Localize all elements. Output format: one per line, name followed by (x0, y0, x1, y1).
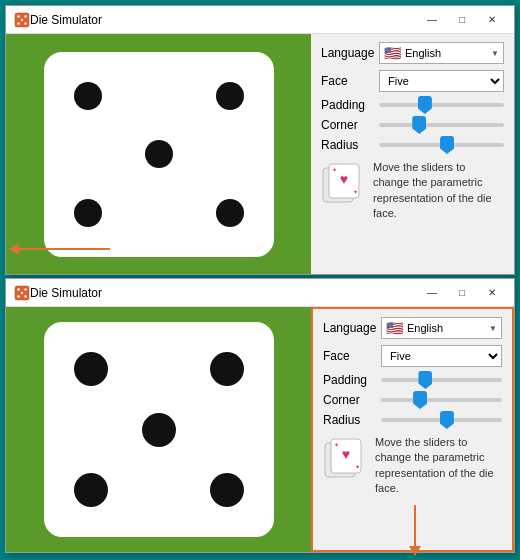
dot-top-left (74, 82, 102, 110)
dot-bottom-bl (74, 473, 108, 507)
language-value-bottom: English (407, 322, 497, 334)
dot-bottom-left (74, 199, 102, 227)
die-face-bottom (44, 322, 274, 537)
window-top: Die Simulator — □ ✕ Language (5, 5, 515, 275)
language-value-top: English (405, 47, 499, 59)
padding-row-top: Padding (321, 98, 504, 112)
dot-bottom-right (216, 199, 244, 227)
cards-icon-top: ♥ ✦ ✦ (321, 160, 365, 204)
window-content-bottom: Language 🇺🇸 English ▼ Face Five (6, 307, 514, 552)
right-panel-bottom: Language 🇺🇸 English ▼ Face Five (311, 307, 514, 552)
face-select-container-top: Five (379, 70, 504, 92)
title-bar-bottom: Die Simulator — □ ✕ (6, 279, 514, 307)
padding-slider-container-bottom (381, 378, 502, 382)
language-label-top: Language (321, 46, 379, 60)
padding-label-bottom: Padding (323, 373, 381, 387)
cards-icon-bottom: ♥ ✦ ✦ (323, 435, 367, 479)
padding-slider-container-top (379, 103, 504, 107)
language-select-bottom[interactable]: 🇺🇸 English ▼ (381, 317, 502, 339)
dot-center (145, 140, 173, 168)
corner-slider-container-bottom (381, 398, 502, 402)
chevron-down-icon-top: ▼ (491, 49, 499, 58)
corner-row-bottom: Corner (323, 393, 502, 407)
title-bar-top: Die Simulator — □ ✕ (6, 6, 514, 34)
titlebar-controls-top: — □ ✕ (418, 10, 506, 30)
dot-bottom-c (142, 413, 176, 447)
corner-slider-container-top (379, 123, 504, 127)
flag-icon-top: 🇺🇸 (384, 45, 401, 61)
radius-slider-container-bottom (381, 418, 502, 422)
chevron-down-icon-bottom: ▼ (489, 324, 497, 333)
svg-text:✦: ✦ (355, 464, 360, 470)
language-label-bottom: Language (323, 321, 381, 335)
face-label-top: Face (321, 74, 379, 88)
window-content-top: Language 🇺🇸 English ▼ Face Five (6, 34, 514, 274)
window-title-top: Die Simulator (30, 13, 418, 27)
svg-point-12 (17, 288, 19, 290)
dot-bottom-tl (74, 352, 108, 386)
info-section-bottom: ♥ ✦ ✦ Move the sliders to change the par… (323, 435, 502, 497)
close-button-bottom[interactable]: ✕ (478, 283, 506, 303)
app-icon-bottom (14, 285, 30, 301)
language-row-bottom: Language 🇺🇸 English ▼ (323, 317, 502, 339)
die-area-bottom (6, 307, 311, 552)
radius-row-bottom: Radius (323, 413, 502, 427)
die-face-top (44, 52, 274, 257)
info-text-top: Move the sliders to change the parametri… (373, 160, 504, 222)
svg-point-3 (21, 18, 23, 20)
svg-point-16 (24, 295, 26, 297)
padding-slider-bottom[interactable] (381, 378, 502, 382)
svg-text:✦: ✦ (334, 442, 339, 448)
padding-label-top: Padding (321, 98, 379, 112)
flag-icon-bottom: 🇺🇸 (386, 320, 403, 336)
svg-point-1 (17, 15, 19, 17)
titlebar-controls-bottom: — □ ✕ (418, 283, 506, 303)
face-row-top: Face Five (321, 70, 504, 92)
svg-point-13 (24, 288, 26, 290)
radius-slider-top[interactable] (379, 143, 504, 147)
radius-label-top: Radius (321, 138, 379, 152)
info-section-top: ♥ ✦ ✦ Move the sliders to change the par… (321, 160, 504, 222)
svg-point-2 (24, 15, 26, 17)
svg-point-4 (17, 22, 19, 24)
minimize-button-top[interactable]: — (418, 10, 446, 30)
padding-row-bottom: Padding (323, 373, 502, 387)
language-select-top[interactable]: 🇺🇸 English ▼ (379, 42, 504, 64)
corner-slider-top[interactable] (379, 123, 504, 127)
face-label-bottom: Face (323, 349, 381, 363)
face-select-top[interactable]: Five (379, 70, 504, 92)
language-select-container-bottom: 🇺🇸 English ▼ (381, 317, 502, 339)
left-arrow (10, 248, 110, 250)
minimize-button-bottom[interactable]: — (418, 283, 446, 303)
maximize-button-bottom[interactable]: □ (448, 283, 476, 303)
padding-slider-top[interactable] (379, 103, 504, 107)
svg-text:♥: ♥ (340, 171, 348, 187)
svg-text:✦: ✦ (353, 189, 358, 195)
face-select-bottom[interactable]: Five (381, 345, 502, 367)
bottom-arrow (414, 505, 416, 555)
language-select-container-top: 🇺🇸 English ▼ (379, 42, 504, 64)
maximize-button-top[interactable]: □ (448, 10, 476, 30)
radius-slider-bottom[interactable] (381, 418, 502, 422)
app-icon-top (14, 12, 30, 28)
radius-row-top: Radius (321, 138, 504, 152)
corner-label-top: Corner (321, 118, 379, 132)
radius-slider-container-top (379, 143, 504, 147)
face-select-container-bottom: Five (381, 345, 502, 367)
close-button-top[interactable]: ✕ (478, 10, 506, 30)
svg-text:♥: ♥ (342, 446, 350, 462)
info-text-bottom: Move the sliders to change the parametri… (375, 435, 502, 497)
svg-text:✦: ✦ (332, 167, 337, 173)
language-row-top: Language 🇺🇸 English ▼ (321, 42, 504, 64)
dot-bottom-tr (210, 352, 244, 386)
face-row-bottom: Face Five (323, 345, 502, 367)
right-panel-top: Language 🇺🇸 English ▼ Face Five (311, 34, 514, 274)
radius-label-bottom: Radius (323, 413, 381, 427)
svg-point-15 (17, 295, 19, 297)
corner-row-top: Corner (321, 118, 504, 132)
corner-slider-bottom[interactable] (381, 398, 502, 402)
window-title-bottom: Die Simulator (30, 286, 418, 300)
die-area-top (6, 34, 311, 274)
window-bottom: Die Simulator — □ ✕ Language (5, 278, 515, 553)
dot-top-right (216, 82, 244, 110)
